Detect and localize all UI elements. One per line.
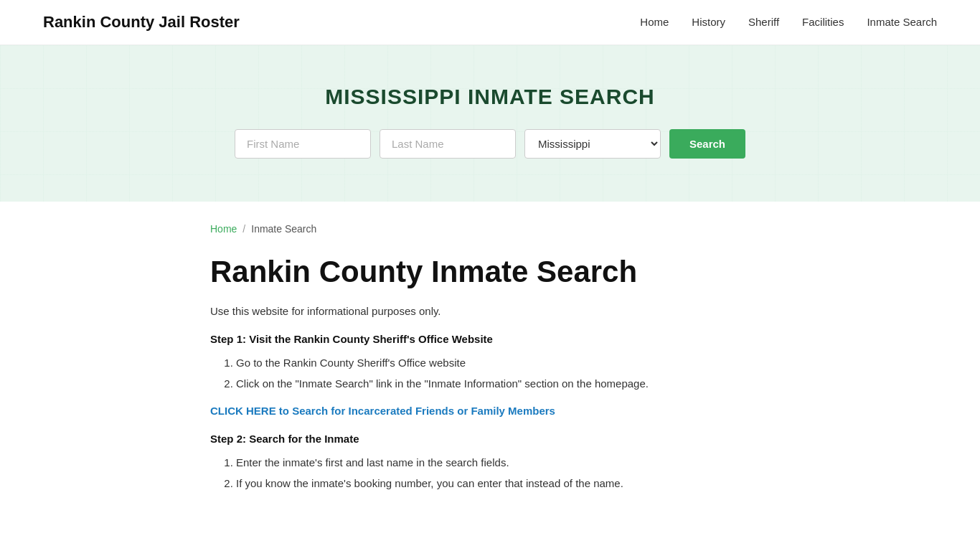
list-item: Go to the Rankin County Sheriff's Office…: [236, 355, 770, 372]
cta-link[interactable]: CLICK HERE to Search for Incarcerated Fr…: [210, 405, 555, 417]
intro-text: Use this website for informational purpo…: [210, 305, 770, 317]
last-name-input[interactable]: [380, 129, 516, 159]
main-nav: HomeHistorySheriffFacilitiesInmate Searc…: [640, 16, 937, 29]
search-button[interactable]: Search: [669, 129, 745, 159]
nav-link-sheriff[interactable]: Sheriff: [748, 16, 779, 28]
list-item: Enter the inmate's first and last name i…: [236, 455, 770, 471]
step1-list: Go to the Rankin County Sheriff's Office…: [236, 355, 770, 392]
first-name-input[interactable]: [235, 129, 371, 159]
nav-link-facilities[interactable]: Facilities: [802, 16, 844, 28]
nav-link-home[interactable]: Home: [640, 16, 669, 28]
site-title: Rankin County Jail Roster: [43, 13, 240, 32]
list-item: Click on the "Inmate Search" link in the…: [236, 376, 770, 392]
nav-link-inmate-search[interactable]: Inmate Search: [867, 16, 937, 28]
step2-heading: Step 2: Search for the Inmate: [210, 433, 770, 445]
site-header: Rankin County Jail Roster HomeHistoryShe…: [0, 0, 980, 45]
breadcrumb: Home / Inmate Search: [210, 223, 770, 235]
nav-link-history[interactable]: History: [692, 16, 725, 28]
step2-list: Enter the inmate's first and last name i…: [236, 455, 770, 491]
search-banner: MISSISSIPPI INMATE SEARCH MississippiAla…: [0, 45, 980, 202]
state-select[interactable]: MississippiAlabamaArkansasLouisianaTenne…: [524, 129, 661, 159]
page-title: Rankin County Inmate Search: [210, 255, 770, 289]
breadcrumb-home-link[interactable]: Home: [210, 223, 237, 235]
banner-title: MISSISSIPPI INMATE SEARCH: [14, 85, 966, 109]
list-item: If you know the inmate's booking number,…: [236, 476, 770, 492]
search-form: MississippiAlabamaArkansasLouisianaTenne…: [14, 129, 966, 159]
step1-heading: Step 1: Visit the Rankin County Sheriff'…: [210, 333, 770, 345]
main-content: Home / Inmate Search Rankin County Inmat…: [167, 202, 813, 547]
breadcrumb-current: Inmate Search: [251, 223, 316, 235]
breadcrumb-separator: /: [242, 223, 245, 235]
